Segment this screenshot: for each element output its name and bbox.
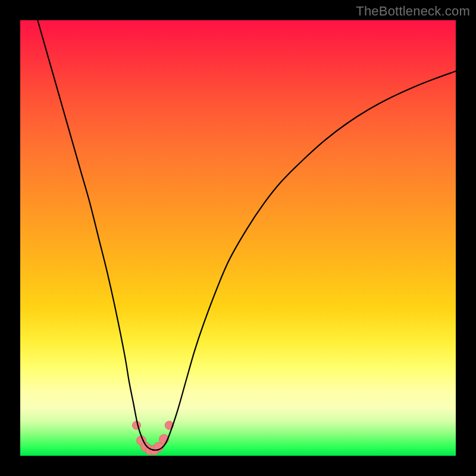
bottleneck-curve <box>37 20 456 450</box>
plot-area <box>20 20 456 456</box>
chart-frame: TheBottleneck.com <box>0 0 476 476</box>
curve-svg <box>20 20 456 456</box>
watermark-text: TheBottleneck.com <box>356 4 470 19</box>
